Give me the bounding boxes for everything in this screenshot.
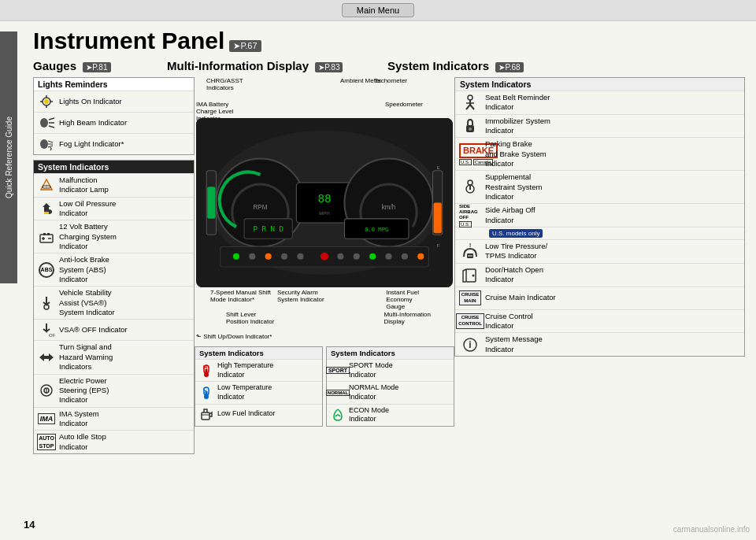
list-item: SupplementalRestraint SystemIndicator	[455, 170, 744, 203]
cruise-main-icon: CRUISEMAIN	[459, 289, 481, 308]
shift-updown-callout: ⬑ Shift Up/Down Indicator*	[195, 333, 454, 340]
svg-point-50	[321, 253, 328, 261]
svg-point-5	[44, 99, 49, 104]
bottom-right-box: System Indicators SPORT SPORT ModeIndica…	[326, 346, 454, 427]
parking-brake-label: Parking Brakeand Brake SystemIndicator	[485, 139, 547, 168]
bottom-callouts-area: 7-Speed Manual ShiftMode Indicator* Secu…	[195, 289, 454, 311]
side-airbag-label: Side Airbag OffIndicator	[485, 205, 536, 225]
svg-point-46	[249, 253, 255, 260]
bottom-indicator-boxes: System Indicators H High TemperatureIndi…	[195, 346, 454, 427]
dashboard-area: RPM 88 MPH km/h F E	[196, 118, 453, 287]
svg-text:!: !	[46, 387, 48, 395]
svg-point-56	[417, 253, 424, 260]
high-temp-icon: H	[198, 363, 214, 379]
svg-text:0.0 MPG: 0.0 MPG	[365, 226, 388, 233]
vsa-label: Vehicle StabilityAssist (VSA®)System Ind…	[59, 288, 115, 317]
list-item: AUTOSTOP Auto Idle StopIndicator	[34, 430, 194, 453]
svg-text:F: F	[437, 242, 440, 248]
side-tab: Quick Reference Guide	[0, 31, 17, 283]
cruise-control-icon: CRUISECONTROL	[459, 312, 481, 331]
svg-text:km/h: km/h	[382, 204, 396, 211]
low-temp-label: Low TemperatureIndicator	[217, 383, 272, 401]
list-item: Low Oil PressureIndicator	[34, 197, 194, 220]
page-title: Instrument Panel	[33, 28, 224, 54]
lights-on-icon	[38, 93, 55, 110]
side-tab-label: Quick Reference Guide	[5, 117, 13, 198]
malfunction-lamp-icon: !	[38, 176, 55, 194]
list-item: Fog Light Indicator*	[34, 133, 194, 154]
turn-signal-icon	[38, 349, 55, 366]
ima-battery-callout-area: IMA BatteryCharge LevelIndicator Speedom…	[195, 101, 454, 117]
normal-mode-label: NORMAL ModeIndicator	[349, 383, 398, 401]
svg-rect-69	[202, 412, 209, 420]
svg-point-49	[297, 253, 303, 260]
us-models-row: U.S. models only	[455, 227, 744, 239]
svg-line-13	[48, 146, 53, 147]
main-menu-button[interactable]: Main Menu	[342, 3, 414, 17]
svg-point-52	[354, 253, 360, 260]
ima-icon: IMA	[38, 410, 55, 427]
svg-rect-16	[44, 212, 49, 214]
list-item: ! Electric PowerSteering (EPS)Indicator	[34, 374, 194, 407]
list-item: ! MalfunctionIndicator Lamp	[34, 173, 194, 197]
svg-rect-63	[206, 369, 208, 375]
malfunction-lamp-label: MalfunctionIndicator Lamp	[59, 176, 109, 195]
svg-point-71	[468, 95, 472, 100]
vsa-off-label: VSA® OFF Indicator	[59, 325, 128, 335]
section-headers: Gauges ➤P.81 Multi-Information Display ➤…	[33, 59, 745, 72]
list-item: CRUISEMAIN Cruise Main Indicator	[455, 287, 744, 309]
list-item: SPORT SPORT ModeIndicator	[327, 359, 454, 381]
immobilizer-label: Immobilizer SystemIndicator	[485, 117, 550, 136]
list-item: Vehicle StabilityAssist (VSA®)System Ind…	[34, 286, 194, 319]
door-open-icon	[459, 265, 481, 284]
lights-on-label: Lights On Indicator	[59, 97, 122, 106]
cruise-main-label: Cruise Main Indicator	[485, 293, 556, 302]
svg-point-79	[472, 275, 475, 277]
seatbelt-icon	[459, 93, 481, 112]
ima-label: IMA SystemIndicator	[59, 409, 99, 429]
abs-label: Anti-lock BrakeSystem (ABS)Indicator	[59, 255, 109, 284]
svg-text:!: !	[469, 242, 472, 249]
us-only-badge: U.S. models only	[489, 229, 543, 238]
middle-column: CHRG/ASSTIndicators Ambient Meter Tachom…	[195, 77, 454, 459]
security-callout: Security AlarmSystem Indicator	[277, 289, 324, 303]
system-header: System Indicators ➤P.68	[387, 59, 745, 72]
svg-text:MPH: MPH	[319, 210, 330, 216]
top-bar: Main Menu	[0, 0, 756, 21]
abs-icon: ABS	[38, 261, 55, 279]
speedometer-callout: Speedometer	[385, 101, 423, 108]
vsa-icon	[38, 294, 55, 312]
svg-point-74	[468, 180, 472, 185]
svg-point-54	[385, 253, 391, 260]
lights-reminders-box: Lights Reminders Lights On Indicator	[33, 77, 195, 155]
high-beam-label: High Beam Indicator	[59, 118, 127, 128]
svg-marker-26	[44, 353, 54, 361]
list-item: ECON ModeIndicator	[327, 404, 454, 426]
battery-label: 12 Volt BatteryCharging SystemIndicator	[59, 222, 117, 251]
srs-label: SupplementalRestraint SystemIndicator	[485, 172, 542, 202]
list-item: ABS Anti-lock BrakeSystem (ABS)Indicator	[34, 253, 194, 286]
system-message-icon: i	[459, 335, 481, 354]
top-callouts-area: CHRG/ASSTIndicators Ambient Meter Tachom…	[195, 77, 454, 101]
svg-rect-18	[43, 233, 46, 235]
svg-text:RPM: RPM	[253, 204, 267, 211]
list-item: Seat Belt ReminderIndicator	[455, 91, 744, 114]
bottom-right-title: System Indicators	[327, 347, 454, 359]
svg-point-53	[369, 253, 376, 260]
svg-point-51	[337, 253, 343, 260]
econ-mode-label: ECON ModeIndicator	[349, 406, 389, 424]
side-airbag-us-badge: U.S.	[459, 221, 472, 227]
sport-mode-icon: SPORT	[330, 363, 346, 379]
svg-point-48	[281, 253, 287, 260]
low-oil-icon	[38, 200, 55, 217]
svg-rect-67	[206, 391, 208, 397]
svg-line-9	[49, 126, 54, 128]
brake-indicator-icon: BRAKE U.S. Canada	[459, 145, 481, 164]
normal-mode-icon: NORMAL	[330, 385, 346, 401]
system-indicators-right-title: System Indicators	[455, 78, 744, 91]
list-item: Lights On Indicator	[34, 91, 194, 112]
right-column: System Indicators Seat Belt ReminderIndi…	[454, 77, 745, 459]
turn-signal-label: Turn Signal andHazard WarningIndicators	[59, 342, 113, 372]
svg-point-55	[402, 253, 408, 260]
svg-text:OFF: OFF	[49, 333, 55, 338]
